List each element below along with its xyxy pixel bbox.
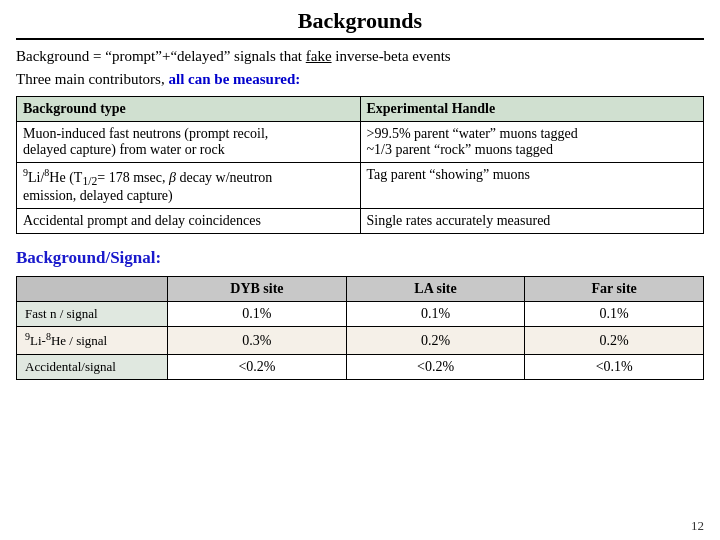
- table2-header-row: DYB site LA site Far site: [17, 277, 704, 302]
- table1-cell-2-1: Single rates accurately measured: [360, 209, 704, 234]
- table1-header-col2: Experimental Handle: [360, 97, 704, 122]
- table2-dyb-0: 0.1%: [168, 302, 347, 327]
- contributors-intro: Three main contributors,: [16, 71, 168, 87]
- page-number: 12: [691, 518, 704, 534]
- signal-table: DYB site LA site Far site Fast n / signa…: [16, 276, 704, 379]
- table1-header-row: Background type Experimental Handle: [17, 97, 704, 122]
- subtitle-text: Background = “prompt”+“delayed” signals …: [16, 48, 306, 64]
- table2-far-0: 0.1%: [525, 302, 704, 327]
- table2-label-2: Accidental/signal: [17, 354, 168, 379]
- slide-title: Backgrounds: [16, 8, 704, 34]
- table1-cell-1-1: Tag parent “showing” muons: [360, 163, 704, 209]
- title-section: Backgrounds: [16, 8, 704, 40]
- table2-label-0: Fast n / signal: [17, 302, 168, 327]
- bs-title: Background/Signal:: [16, 248, 704, 268]
- table2-dyb-2: <0.2%: [168, 354, 347, 379]
- table2-dyb-1: 0.3%: [168, 327, 347, 354]
- table2-header-far: Far site: [525, 277, 704, 302]
- contributors-line: Three main contributors, all can be meas…: [16, 71, 704, 88]
- subtitle-text2: inverse-beta events: [332, 48, 451, 64]
- slide-page: Backgrounds Background = “prompt”+“delay…: [0, 0, 720, 540]
- table1-row-0: Muon-induced fast neutrons (prompt recoi…: [17, 122, 704, 163]
- table1-cell-1-0: 9Li/8He (T1/2= 178 msec, β decay w/neutr…: [17, 163, 361, 209]
- subtitle-line: Background = “prompt”+“delayed” signals …: [16, 48, 704, 65]
- table2-header-dyb: DYB site: [168, 277, 347, 302]
- contributors-highlight: all can be measured:: [168, 71, 300, 87]
- table1-row-2: Accidental prompt and delay coincidences…: [17, 209, 704, 234]
- table1-header-col1: Background type: [17, 97, 361, 122]
- table1-row-1: 9Li/8He (T1/2= 178 msec, β decay w/neutr…: [17, 163, 704, 209]
- table1-cell-0-1: >99.5% parent “water” muons tagged~1/3 p…: [360, 122, 704, 163]
- table2-la-1: 0.2%: [346, 327, 525, 354]
- table2-la-2: <0.2%: [346, 354, 525, 379]
- table2-empty-header: [17, 277, 168, 302]
- table1-cell-2-0: Accidental prompt and delay coincidences: [17, 209, 361, 234]
- table2-label-1: 9Li-8He / signal: [17, 327, 168, 354]
- table2-header-la: LA site: [346, 277, 525, 302]
- table1-cell-0-0: Muon-induced fast neutrons (prompt recoi…: [17, 122, 361, 163]
- table2-far-1: 0.2%: [525, 327, 704, 354]
- table2-far-2: <0.1%: [525, 354, 704, 379]
- table2-row-0: Fast n / signal 0.1% 0.1% 0.1%: [17, 302, 704, 327]
- table2-la-0: 0.1%: [346, 302, 525, 327]
- background-table: Background type Experimental Handle Muon…: [16, 96, 704, 234]
- table2-row-1: 9Li-8He / signal 0.3% 0.2% 0.2%: [17, 327, 704, 354]
- table2-row-2: Accidental/signal <0.2% <0.2% <0.1%: [17, 354, 704, 379]
- fake-underline: fake: [306, 48, 332, 64]
